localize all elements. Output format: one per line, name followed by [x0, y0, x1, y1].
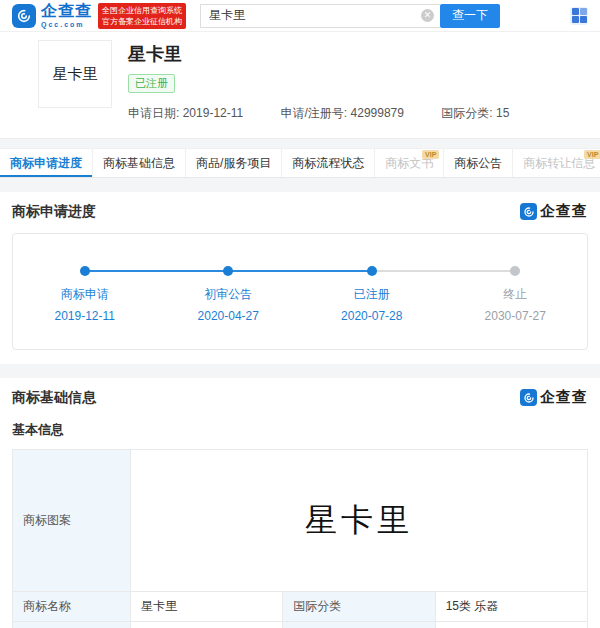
application-progress-section: 商标申请进度 企查查 商标申请 2019-12-11: [0, 192, 600, 364]
meta-value-reg-number: 42999879: [351, 106, 404, 120]
cell-label-trademark-name: 商标名称: [13, 592, 131, 622]
section-title-basic-info: 商标基础信息: [12, 389, 96, 407]
slogan-line1: 全国企业信用查询系统: [102, 5, 182, 16]
timeline-dot: [367, 266, 377, 276]
trademark-thumbnail-text: 星卡里: [53, 65, 98, 84]
tab-documents[interactable]: VIP商标文书: [375, 149, 444, 177]
vip-badge: VIP: [422, 150, 439, 159]
table-row: 申请/注册号 42999879 商标状态 已注册: [13, 622, 588, 628]
vip-badge: VIP: [584, 150, 600, 159]
cell-value-trademark-name: 星卡里: [131, 592, 283, 622]
cell-label-trademark-status: 商标状态: [283, 622, 435, 628]
meta-label-intl-class: 国际分类:: [441, 106, 492, 120]
table-row: 商标图案 星卡里: [13, 450, 588, 592]
trademark-image-text: 星卡里: [141, 499, 577, 543]
timeline-dot: [80, 266, 90, 276]
basic-info-section: 商标基础信息 企查查 基本信息 商标图案 星卡里 商标名称 星卡里 国际分类 1…: [0, 378, 600, 628]
qcc-watermark-icon: [520, 203, 537, 220]
tab-bar: 商标申请进度 商标基础信息 商品/服务项目 商标流程状态 VIP商标文书 商标公…: [0, 148, 600, 178]
timeline-dot: [510, 266, 520, 276]
timeline-box: 商标申请 2019-12-11 初审公告 2020-04-27 已注册 2020…: [12, 233, 588, 350]
clear-search-icon[interactable]: ✕: [421, 9, 434, 22]
timeline-step-registered: 已注册 2020-07-28: [300, 266, 444, 323]
qcc-watermark-text: 企查查: [540, 202, 588, 221]
timeline-step-preliminary-announcement: 初审公告 2020-04-27: [157, 266, 301, 323]
cell-value-reg-number: 42999879: [131, 622, 283, 628]
tab-application-progress[interactable]: 商标申请进度: [0, 149, 93, 177]
status-badge: 已注册: [128, 74, 175, 93]
qcc-watermark-text: 企查查: [540, 388, 588, 407]
qcc-watermark: 企查查: [520, 202, 588, 221]
meta-value-intl-class: 15: [496, 106, 509, 120]
trademark-header: 星卡里 星卡里 已注册 申请日期: 2019-12-11 申请/注册号: 429…: [0, 32, 600, 139]
slogan-banner: 全国企业信用查询系统 官方备案企业征信机构: [98, 3, 186, 29]
meta-value-apply-date: 2019-12-11: [183, 106, 244, 120]
cell-value-trademark-status: 已注册: [435, 622, 587, 628]
logo-name: 企查查: [41, 3, 92, 19]
search-input[interactable]: [200, 4, 440, 28]
cell-value-intl-class: 15类 乐器: [435, 592, 587, 622]
qcc-logo-text[interactable]: 企查查 Qcc.com: [41, 3, 92, 28]
qcc-logo-icon[interactable]: [12, 4, 36, 28]
logo-domain: Qcc.com: [41, 21, 92, 28]
timeline-dot: [223, 266, 233, 276]
timeline-step-application: 商标申请 2019-12-11: [13, 266, 157, 323]
tab-announcement[interactable]: 商标公告: [444, 149, 513, 177]
page-title: 星卡里: [128, 42, 543, 66]
apps-grid-icon[interactable]: [570, 7, 588, 25]
timeline-step-termination: 终止 2030-07-27: [444, 266, 588, 323]
cell-label-trademark-image: 商标图案: [13, 450, 131, 592]
qcc-watermark: 企查查: [520, 388, 588, 407]
cell-label-reg-number: 申请/注册号: [13, 622, 131, 628]
trademark-thumbnail[interactable]: 星卡里: [38, 40, 112, 108]
qcc-watermark-icon: [520, 389, 537, 406]
cell-label-intl-class: 国际分类: [283, 592, 435, 622]
trademark-meta: 申请日期: 2019-12-11 申请/注册号: 42999879 国际分类: …: [128, 105, 543, 122]
meta-label-reg-number: 申请/注册号:: [281, 106, 348, 120]
tab-process-status[interactable]: 商标流程状态: [282, 149, 375, 177]
search-button[interactable]: 查一下: [440, 4, 500, 28]
tab-basic-info[interactable]: 商标基础信息: [93, 149, 186, 177]
meta-label-apply-date: 申请日期:: [128, 106, 179, 120]
slogan-line2: 官方备案企业征信机构: [102, 16, 182, 27]
section-title-progress: 商标申请进度: [12, 203, 96, 221]
subsection-title-basic: 基本信息: [12, 421, 588, 439]
tab-goods-services[interactable]: 商品/服务项目: [186, 149, 282, 177]
tab-transfer-info[interactable]: VIP商标转让信息: [513, 149, 600, 177]
table-row: 商标名称 星卡里 国际分类 15类 乐器: [13, 592, 588, 622]
basic-info-table: 商标图案 星卡里 商标名称 星卡里 国际分类 15类 乐器 申请/注册号 429…: [12, 449, 588, 628]
topbar: 企查查 Qcc.com 全国企业信用查询系统 官方备案企业征信机构 ✕ 查一下: [0, 0, 600, 32]
search-area: ✕ 查一下: [200, 4, 500, 28]
